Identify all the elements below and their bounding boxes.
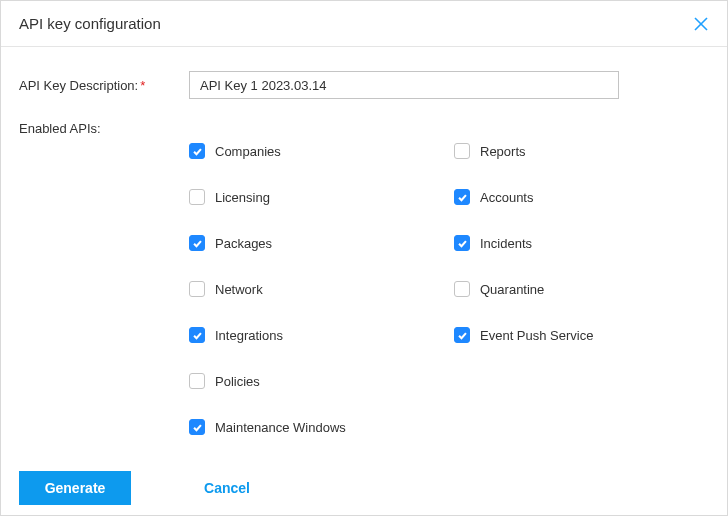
api-checkbox-item: Incidents <box>454 235 694 251</box>
api-checkbox[interactable] <box>454 281 470 297</box>
api-checkbox[interactable] <box>454 235 470 251</box>
api-checkbox-label[interactable]: Incidents <box>480 236 532 251</box>
api-checkbox-item: Licensing <box>189 189 429 205</box>
api-checkbox-item: Integrations <box>189 327 429 343</box>
enabled-apis-label: Enabled APIs: <box>19 121 189 136</box>
api-checkbox-item: Reports <box>454 143 694 159</box>
api-key-config-dialog: API key configuration API Key Descriptio… <box>0 0 728 516</box>
api-checkbox-label[interactable]: Reports <box>480 144 526 159</box>
dialog-title: API key configuration <box>19 15 161 32</box>
api-checkbox-item: Policies <box>189 373 429 389</box>
api-checkbox-label[interactable]: Quarantine <box>480 282 544 297</box>
dialog-footer: Generate Cancel <box>1 471 727 515</box>
api-grid: CompaniesReportsLicensingAccountsPackage… <box>189 121 694 435</box>
api-checkbox[interactable] <box>189 373 205 389</box>
api-checkbox[interactable] <box>454 189 470 205</box>
api-checkbox[interactable] <box>189 143 205 159</box>
api-checkbox[interactable] <box>454 143 470 159</box>
api-checkbox-label[interactable]: Integrations <box>215 328 283 343</box>
api-checkbox-item: Quarantine <box>454 281 694 297</box>
api-checkbox[interactable] <box>189 419 205 435</box>
generate-button[interactable]: Generate <box>19 471 131 505</box>
api-checkbox[interactable] <box>189 189 205 205</box>
description-input[interactable] <box>189 71 619 99</box>
api-checkbox-label[interactable]: Policies <box>215 374 260 389</box>
api-checkbox-item: Event Push Service <box>454 327 694 343</box>
api-checkbox-label[interactable]: Maintenance Windows <box>215 420 346 435</box>
api-checkbox-label[interactable]: Packages <box>215 236 272 251</box>
api-checkbox[interactable] <box>189 235 205 251</box>
api-checkbox[interactable] <box>454 327 470 343</box>
api-checkbox-item: Packages <box>189 235 429 251</box>
dialog-body: API Key Description:* Enabled APIs: Comp… <box>1 47 727 471</box>
api-checkbox-label[interactable]: Event Push Service <box>480 328 593 343</box>
dialog-header: API key configuration <box>1 1 727 47</box>
close-icon[interactable] <box>693 16 709 32</box>
description-label: API Key Description:* <box>19 78 189 93</box>
api-checkbox-item: Maintenance Windows <box>189 419 429 435</box>
api-checkbox-label[interactable]: Licensing <box>215 190 270 205</box>
api-checkbox-item: Network <box>189 281 429 297</box>
required-asterisk: * <box>140 78 145 93</box>
enabled-apis-row: Enabled APIs: CompaniesReportsLicensingA… <box>19 121 709 435</box>
cancel-button[interactable]: Cancel <box>171 471 283 505</box>
api-checkbox-label[interactable]: Accounts <box>480 190 533 205</box>
api-checkbox[interactable] <box>189 281 205 297</box>
api-checkbox-label[interactable]: Network <box>215 282 263 297</box>
api-checkbox-item: Accounts <box>454 189 694 205</box>
api-checkbox-label[interactable]: Companies <box>215 144 281 159</box>
api-checkbox[interactable] <box>189 327 205 343</box>
description-row: API Key Description:* <box>19 71 709 99</box>
api-checkbox-item: Companies <box>189 143 429 159</box>
